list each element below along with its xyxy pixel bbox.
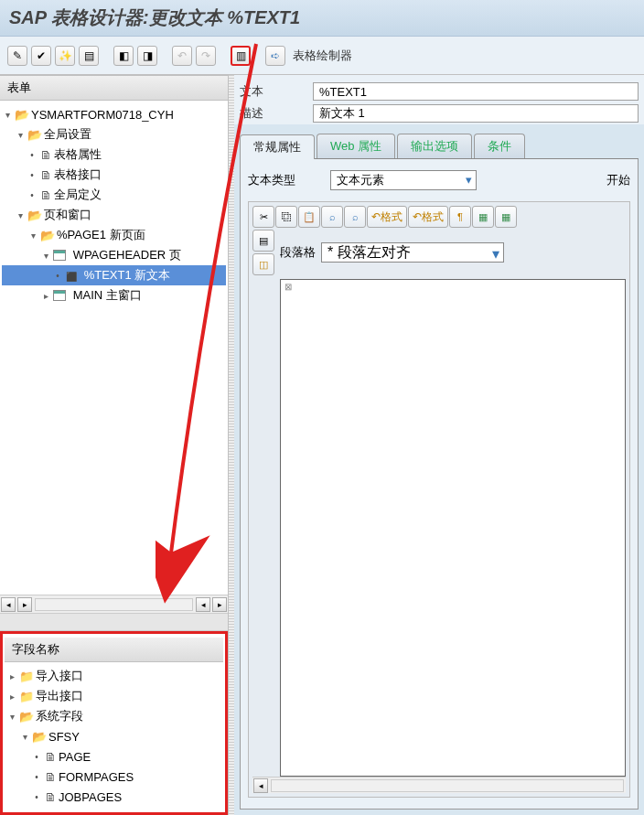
tab-web[interactable]: Web 属性 [317, 134, 395, 158]
expand-icon[interactable]: ◨ [137, 46, 157, 66]
tree-toggle[interactable]: ▾ [2, 110, 13, 120]
scroll-right-icon[interactable]: ▸ [212, 597, 227, 612]
activate-icon[interactable]: ✨ [55, 46, 75, 66]
wand-icon[interactable]: ✎ [7, 46, 27, 66]
folder-icon [27, 128, 42, 141]
arrow-icon[interactable]: ➪ [265, 46, 285, 66]
tree-toggle[interactable]: ▾ [27, 231, 38, 241]
field-formpages[interactable]: FORMPAGES [59, 770, 134, 784]
tree-page1[interactable]: %PAGE1 新页面 [57, 227, 145, 243]
field-import[interactable]: 导入接口 [36, 668, 83, 684]
tree-toggle[interactable]: ▸ [6, 671, 17, 681]
scroll-left-icon[interactable]: ◂ [1, 597, 16, 612]
find-icon[interactable]: ⌕ [321, 206, 343, 228]
edit-icon[interactable]: ◫ [252, 253, 274, 275]
editor-marker: ⊠ [284, 282, 292, 292]
tree-toggle[interactable]: ▾ [40, 251, 51, 261]
scroll-right-icon[interactable]: ▸ [17, 597, 32, 612]
field-export[interactable]: 导出接口 [36, 688, 83, 704]
insert-icon[interactable]: ▦ [472, 206, 494, 228]
paragraph-combo[interactable]: * 段落左对齐 [321, 242, 504, 263]
main-toolbar: ✎ ✔ ✨ ▤ ◧ ◨ ↶ ↷ ▥ ➪ 表格绘制器 [0, 37, 644, 75]
desc-label: 描述 [240, 105, 313, 122]
tree-toggle[interactable]: ▾ [6, 712, 17, 722]
tabstrip: 常规属性 Web 属性 输出选项 条件 [240, 134, 639, 159]
field-sfsy[interactable]: SFSY [48, 730, 80, 744]
text-field[interactable] [313, 82, 639, 101]
field-list-icon[interactable]: ▥ [231, 46, 251, 66]
undo-icon[interactable]: ↶ [172, 46, 192, 66]
document-icon [45, 790, 57, 804]
left-pane: 表单 ▾YSMARTFORM0718_CYH ▾全局设置 表格属性 表格接口 全… [0, 75, 229, 815]
tree-interface[interactable]: 表格接口 [54, 166, 102, 183]
tab-conditions[interactable]: 条件 [474, 134, 525, 158]
tree-toggle[interactable]: ▸ [6, 692, 17, 702]
form-tree[interactable]: ▾YSMARTFORM0718_CYH ▾全局设置 表格属性 表格接口 全局定义… [0, 101, 228, 595]
tree-pages[interactable]: 页和窗口 [44, 207, 91, 223]
pilcrow-icon[interactable]: ¶ [449, 206, 471, 228]
editor-hscroll[interactable]: ◂ [252, 777, 626, 793]
tree-text1[interactable]: %TEXT1 新文本 [84, 267, 171, 284]
tree-main-win[interactable]: MAIN 主窗口 [73, 287, 142, 304]
tree-root[interactable]: YSMARTFORM0718_CYH [31, 108, 174, 122]
document-icon [40, 188, 52, 202]
general-panel: 文本类型 文本元素 开始 ✂ ⿻ 📋 ⌕ ⌕ ↶格式 ↶格式 ¶ ▦ ▦ [240, 159, 639, 810]
title-bar: SAP 表格设计器:更改文本 %TEXT1 [0, 0, 644, 37]
desc-field[interactable] [313, 104, 639, 123]
paste-icon[interactable]: 📋 [298, 206, 320, 228]
paragraph-value: * 段落左对齐 [327, 243, 411, 263]
tree-leaf [53, 271, 64, 281]
collapse-icon[interactable]: ◧ [113, 46, 134, 66]
scroll-left-icon[interactable]: ◂ [196, 597, 210, 612]
tree-leaf [32, 792, 43, 802]
test-icon[interactable]: ▤ [79, 46, 99, 66]
tree-leaf [32, 772, 43, 782]
char-format-button[interactable]: ↶格式 [367, 206, 407, 228]
copy-icon[interactable]: ⿻ [275, 206, 297, 228]
cut-icon[interactable]: ✂ [252, 206, 274, 228]
field-tree-container: 字段名称 ▸导入接口 ▸导出接口 ▾系统字段 ▾SFSY PAGE FORMPA… [0, 631, 228, 815]
tree-header-win[interactable]: WPAGEHEADER 页 [73, 247, 181, 263]
field-page[interactable]: PAGE [59, 750, 91, 764]
paragraph-label: 段落格 [280, 244, 316, 261]
folder-icon [19, 710, 34, 723]
scroll-track[interactable] [271, 779, 624, 792]
document-icon [40, 168, 52, 182]
replace-icon[interactable]: ⌕ [344, 206, 366, 228]
tab-general[interactable]: 常规属性 [240, 134, 315, 159]
document-icon [45, 810, 57, 816]
start-label: 开始 [606, 172, 630, 188]
text-type-combo[interactable]: 文本元素 [330, 170, 477, 190]
delete-icon[interactable]: ▦ [495, 206, 517, 228]
field-jobpages[interactable]: JOBPAGES [59, 790, 122, 804]
tree-hscroll[interactable]: ◂ ▸ ◂ ▸ [0, 595, 228, 613]
tree-toggle[interactable]: ▸ [40, 291, 51, 301]
scroll-left-icon[interactable]: ◂ [253, 778, 268, 793]
fullscreen-icon[interactable]: ▤ [252, 230, 274, 252]
document-icon [45, 750, 57, 764]
document-icon [45, 770, 57, 784]
folder-icon [32, 730, 47, 743]
text-label: 文本 [240, 83, 313, 100]
field-system[interactable]: 系统字段 [36, 708, 83, 724]
text-type-value: 文本元素 [337, 172, 384, 188]
folder-icon [27, 209, 42, 221]
tree-toggle[interactable]: ▾ [15, 210, 26, 220]
field-copycount[interactable]: COPYCOUNT [59, 810, 134, 816]
tree-leaf [32, 752, 43, 762]
tree-form-attrs[interactable]: 表格属性 [54, 146, 102, 163]
tab-output[interactable]: 输出选项 [397, 134, 472, 158]
form-painter-label[interactable]: 表格绘制器 [293, 48, 352, 64]
text-editor[interactable]: ⊠ [280, 279, 626, 777]
tree-toggle[interactable]: ▾ [15, 130, 26, 140]
tree-toggle[interactable]: ▾ [19, 732, 30, 742]
redo-icon[interactable]: ↷ [196, 46, 216, 66]
folder-icon [19, 670, 34, 682]
scroll-track[interactable] [35, 598, 193, 611]
tree-global-defs[interactable]: 全局定义 [54, 187, 102, 203]
tree-leaf [27, 150, 38, 160]
check-icon[interactable]: ✔ [31, 46, 51, 66]
form-panel-header: 表单 [0, 75, 228, 101]
para-format-button[interactable]: ↶格式 [408, 206, 448, 228]
tree-global[interactable]: 全局设置 [44, 126, 91, 143]
